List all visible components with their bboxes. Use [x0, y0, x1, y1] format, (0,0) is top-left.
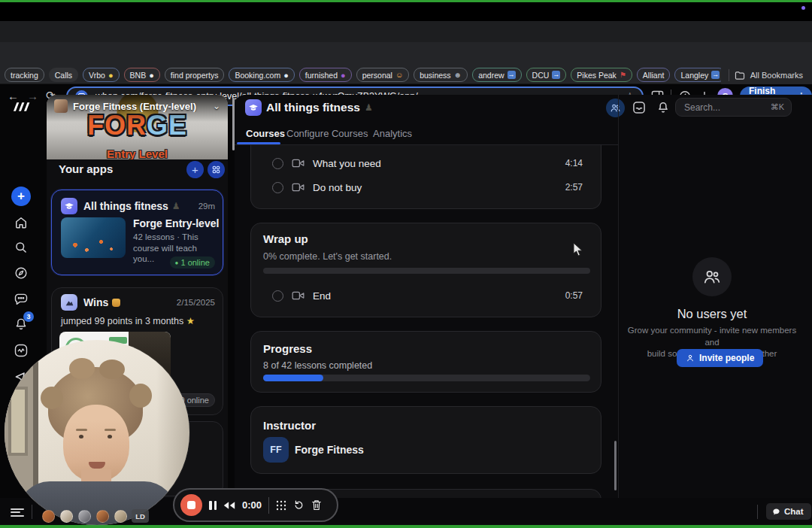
content-scrollbar[interactable]	[614, 441, 617, 490]
post-message: jumped 99 points in 3 months	[61, 316, 183, 326]
post-date: 2/15/2025	[177, 298, 215, 307]
lesson-radio[interactable]	[272, 182, 283, 193]
pawn-icon: ♟	[365, 102, 373, 113]
bookmark-dot-icon: ●	[149, 71, 154, 79]
delete-recording-button[interactable]	[311, 499, 322, 511]
dock-item[interactable]	[42, 510, 55, 523]
instructor-avatar: FF	[263, 437, 289, 463]
page-title: All things fitness	[266, 101, 360, 114]
pause-button[interactable]	[209, 501, 217, 510]
recorder-separator	[268, 497, 269, 514]
video-icon	[292, 158, 304, 168]
bookmark-vrbo[interactable]: Vrbo●	[83, 68, 119, 82]
panel-divider	[618, 95, 619, 498]
bookmark-langley[interactable]: Langley→	[674, 68, 726, 82]
app-name: All things fitness	[83, 200, 168, 212]
chat-button[interactable]: Chat	[766, 503, 811, 520]
lesson-row[interactable]: Do not buy 2:57	[251, 177, 601, 198]
webcam-video[interactable]	[5, 340, 189, 525]
recording-border-bottom	[0, 525, 812, 528]
stop-recording-button[interactable]	[180, 494, 202, 516]
taskbar-separator	[32, 505, 32, 519]
whop-logo-icon[interactable]	[12, 101, 31, 113]
instructor-name: Forge Fitness	[295, 444, 364, 456]
course-progressbar	[263, 375, 590, 381]
apps-grid-button[interactable]	[208, 161, 225, 178]
notification-badge: 3	[23, 311, 34, 322]
app-card-all-things-fitness[interactable]: All things fitness ♟ 29m Forge Entry-lev…	[51, 190, 223, 275]
search-bar[interactable]: ⌘K	[675, 98, 792, 117]
course-progress-fill	[263, 375, 323, 381]
lesson-radio[interactable]	[272, 158, 283, 169]
community-banner: FORGE Entry Level Forge Fitness (Entry-l…	[47, 95, 228, 159]
members-button[interactable]	[606, 99, 625, 117]
lesson-title: What you need	[313, 158, 557, 169]
community-switcher[interactable]: Forge Fitness (Entry-level) ⌄	[54, 99, 220, 113]
home-icon[interactable]	[14, 215, 29, 230]
bookmark-pikes-peak[interactable]: Pikes Peak⚑	[571, 68, 632, 82]
bookmark-furnished[interactable]: furnished●	[299, 68, 352, 82]
inbox-icon[interactable]	[632, 100, 647, 115]
tab-configure-courses[interactable]: Configure Courses	[286, 128, 368, 139]
search-input[interactable]	[683, 102, 766, 114]
bookmark-business[interactable]: business☻	[414, 68, 468, 82]
lesson-duration: 0:57	[565, 290, 583, 301]
bookmark-booking[interactable]: Booking.com●	[229, 68, 294, 82]
browser-toolbar: ← → ⟳ ☆ C Finish update ⋮	[0, 42, 812, 66]
dock-badge[interactable]: LD	[132, 509, 149, 523]
app-name: Wins	[83, 296, 108, 308]
all-bookmarks-group[interactable]: All Bookmarks	[721, 66, 812, 84]
blur-grid-button[interactable]	[276, 500, 286, 511]
dock-item[interactable]	[78, 510, 91, 523]
bell-icon[interactable]	[656, 100, 671, 115]
bookmark-calls[interactable]: Calls	[49, 68, 78, 82]
bookmark-andrew[interactable]: andrew→	[472, 68, 521, 82]
rewind-button[interactable]	[223, 501, 235, 510]
tab-analytics[interactable]: Analytics	[373, 128, 412, 139]
bookmark-dcu[interactable]: DCU→	[526, 68, 567, 82]
community-avatar	[54, 99, 68, 113]
video-icon	[292, 290, 304, 301]
taskbar-menu-button[interactable]	[11, 506, 24, 518]
dock-item[interactable]	[96, 510, 109, 523]
search-shortcut: ⌘K	[771, 102, 784, 112]
lesson-title: End	[313, 290, 557, 302]
lesson-radio[interactable]	[272, 290, 283, 302]
instructor-card: Instructor FF Forge Fitness	[250, 406, 601, 474]
bookmark-bnb[interactable]: BNB●	[124, 68, 160, 82]
users-empty-avatar	[692, 257, 732, 296]
screen: Forge Fitness (Entry-level) × + ⌄ ← → ⟳ …	[0, 0, 812, 528]
bookmark-flag-icon: ⚑	[620, 71, 626, 79]
restart-recording-button[interactable]	[293, 499, 304, 511]
bookmark-alliant[interactable]: Alliant	[637, 68, 671, 82]
folder-icon	[735, 71, 745, 80]
community-name: Forge Fitness (Entry-level)	[73, 101, 208, 112]
create-button[interactable]: +	[11, 187, 31, 206]
progress-subtitle: 8 of 42 lessons completed	[263, 360, 372, 371]
bookmark-find-propertys[interactable]: find propertys	[165, 68, 225, 82]
recording-time: 0:00	[242, 499, 262, 511]
bookmark-personal[interactable]: personal☺	[356, 68, 410, 82]
lesson-row[interactable]: What you need 4:14	[251, 153, 601, 174]
star-emoji: ★	[186, 316, 195, 326]
course-app-icon	[61, 198, 77, 214]
discover-compass-icon[interactable]	[14, 266, 29, 281]
person-icon	[686, 354, 695, 363]
search-icon[interactable]	[14, 240, 29, 255]
bookmark-dot-icon: ●	[108, 71, 114, 79]
course-thumbnail[interactable]	[61, 217, 126, 258]
bookmark-tracking[interactable]: tracking	[5, 68, 44, 82]
dock-item[interactable]	[60, 510, 73, 523]
bookmark-dot-icon: ●	[341, 71, 346, 79]
tab-courses[interactable]: Courses	[246, 128, 285, 139]
messages-icon[interactable]	[14, 292, 29, 307]
add-app-button[interactable]: +	[186, 161, 204, 178]
bookbar-separator	[729, 69, 729, 81]
online-badge: ● 1 online	[170, 256, 215, 269]
lesson-row[interactable]: End 0:57	[251, 285, 601, 306]
invite-people-button[interactable]: Invite people	[677, 349, 763, 367]
wins-app-icon	[61, 294, 77, 311]
activity-icon[interactable]	[14, 343, 29, 358]
mouse-cursor	[573, 242, 583, 257]
dock-item[interactable]	[114, 510, 127, 523]
